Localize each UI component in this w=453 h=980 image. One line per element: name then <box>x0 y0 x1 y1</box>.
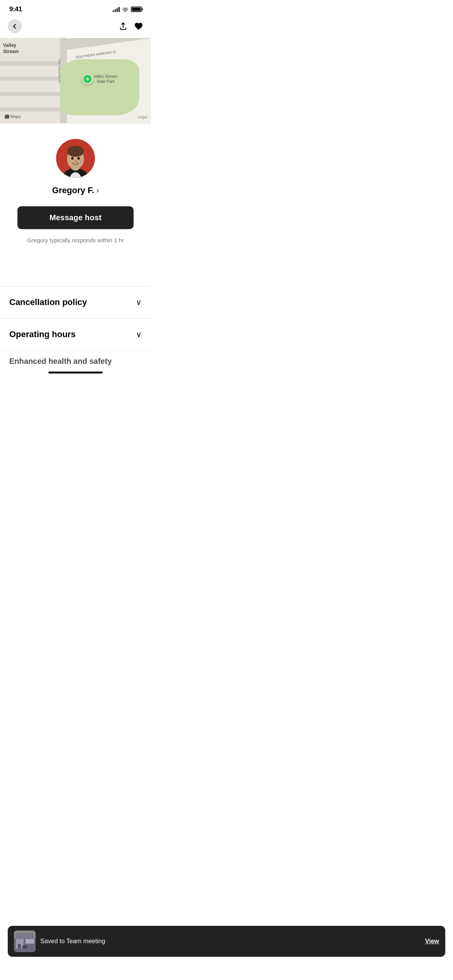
signal-icon <box>113 7 120 12</box>
status-icons <box>113 7 142 12</box>
back-button[interactable] <box>8 19 22 33</box>
map-street-3 <box>0 92 60 96</box>
map-street-4 <box>0 108 60 111</box>
svg-point-7 <box>77 157 80 160</box>
map-park-area <box>58 59 139 115</box>
nav-bar <box>0 16 151 38</box>
status-time: 9:41 <box>9 5 22 13</box>
svg-point-5 <box>67 146 84 157</box>
home-indicator <box>0 366 151 379</box>
favorite-button[interactable] <box>134 22 143 31</box>
map-street-1 <box>0 61 60 66</box>
map-street-2 <box>0 77 60 81</box>
health-safety-section: Enhanced health and safety <box>0 350 151 366</box>
valley-stream-label: Valley Stream <box>3 43 19 55</box>
wifi-icon <box>122 7 129 12</box>
share-button[interactable] <box>118 22 128 31</box>
map-section[interactable]: SOUTHERN PARKWAY E N CENTRAL AVE Valley … <box>0 38 151 123</box>
svg-point-6 <box>71 157 74 160</box>
cancellation-policy-section[interactable]: Cancellation policy ∨ <box>0 286 151 318</box>
map-background: SOUTHERN PARKWAY E N CENTRAL AVE Valley … <box>0 38 151 123</box>
operating-hours-section[interactable]: Operating hours ∨ <box>0 318 151 350</box>
park-label: Valley Stream State Park <box>94 74 118 84</box>
operating-hours-title: Operating hours <box>9 329 76 339</box>
host-name: Gregory F. <box>52 185 94 195</box>
cancellation-policy-title: Cancellation policy <box>9 297 87 307</box>
host-name-row[interactable]: Gregory F. › <box>52 185 99 195</box>
status-bar: 9:41 <box>0 0 151 16</box>
host-chevron-icon: › <box>96 187 99 195</box>
map-pin <box>82 74 93 84</box>
cancellation-chevron-icon: ∨ <box>136 298 142 307</box>
host-response-time: Gregory typically responds within 1 hr <box>27 237 124 243</box>
spacer-section <box>0 255 151 286</box>
central-ave-label: N CENTRAL AVE <box>58 58 61 82</box>
host-section: Gregory F. › Message host Gregory typica… <box>0 123 151 255</box>
nav-right-actions <box>118 22 143 31</box>
battery-icon <box>131 7 142 12</box>
host-avatar <box>56 139 95 178</box>
home-indicator-bar <box>48 372 103 373</box>
apple-maps-logo: Maps <box>5 114 21 119</box>
southern-parkway-label: SOUTHERN PARKWAY E <box>76 50 116 59</box>
message-host-button[interactable]: Message host <box>17 206 134 229</box>
hours-chevron-icon: ∨ <box>136 330 142 339</box>
map-legal-label: Legal <box>138 115 147 119</box>
